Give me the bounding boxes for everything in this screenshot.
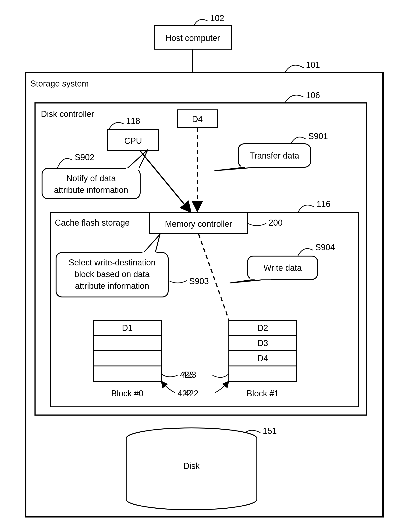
svg-text:attribute information: attribute information (75, 281, 149, 291)
svg-text:151: 151 (263, 426, 277, 436)
svg-text:102: 102 (210, 13, 224, 23)
ref-200: 200 (248, 218, 283, 228)
callout-s901: Transfer data (215, 144, 311, 171)
host-computer-label: Host computer (165, 33, 220, 43)
callout-s902: Notify of data attribute information (42, 150, 148, 199)
svg-text:423: 423 (182, 370, 196, 379)
storage-system-label: Storage system (30, 79, 89, 88)
svg-rect-12 (126, 168, 140, 170)
svg-text:D2: D2 (257, 323, 268, 333)
svg-text:S901: S901 (308, 131, 328, 141)
svg-rect-8 (241, 161, 262, 167)
svg-rect-26 (250, 274, 271, 279)
ref-106: 106 (285, 90, 320, 103)
svg-text:Transfer data: Transfer data (250, 151, 300, 160)
arrow-cpu-to-mc (140, 151, 190, 212)
svg-text:106: 106 (306, 90, 320, 100)
d4-buffer-box: D4 (177, 110, 217, 128)
svg-text:200: 200 (269, 218, 283, 228)
callout-s904: Write data (230, 256, 318, 283)
ref-102: 102 (194, 13, 224, 26)
svg-text:block based on data: block based on data (74, 269, 150, 279)
ref-423-right: 423 (182, 370, 228, 379)
ref-101: 101 (285, 60, 320, 73)
ref-s902: S902 (57, 153, 94, 168)
svg-text:Notify of data: Notify of data (66, 174, 116, 183)
svg-text:D1: D1 (122, 323, 133, 333)
callout-s903: Select write-destination block based on … (56, 234, 168, 297)
disk-cylinder: Disk (126, 428, 257, 510)
svg-text:S904: S904 (315, 243, 335, 252)
ref-s903: S903 (169, 277, 209, 286)
block-1: D2 D3 D4 Block #1 (229, 320, 297, 398)
svg-text:116: 116 (316, 199, 331, 209)
svg-rect-50 (127, 488, 256, 499)
svg-text:101: 101 (306, 60, 320, 70)
svg-text:Select write-destination: Select write-destination (69, 258, 156, 267)
svg-rect-20 (142, 252, 156, 255)
memory-controller-box: Memory controller (150, 213, 248, 234)
svg-text:S902: S902 (75, 153, 94, 162)
d4-buffer-label: D4 (192, 114, 203, 124)
block-0: D1 Block #0 (93, 320, 161, 398)
disk-controller-label: Disk controller (41, 109, 94, 119)
block-1-label: Block #1 (247, 389, 279, 398)
cpu-label: CPU (124, 136, 142, 146)
svg-text:118: 118 (126, 116, 140, 126)
svg-text:D3: D3 (257, 338, 268, 348)
disk-label: Disk (183, 461, 200, 471)
memory-controller-label: Memory controller (165, 219, 232, 229)
cpu-box: CPU (107, 130, 159, 151)
diagram-root: Host computer 102 Storage system 101 Dis… (5, 5, 394, 532)
ref-422-right: 422 (185, 382, 228, 398)
svg-text:422: 422 (185, 389, 198, 398)
ref-s901: S901 (291, 131, 328, 144)
ref-s904: S904 (298, 243, 335, 256)
svg-text:attribute information: attribute information (54, 185, 128, 195)
svg-text:S903: S903 (189, 277, 209, 286)
host-computer-box: Host computer (154, 26, 231, 49)
cache-flash-storage-label: Cache flash storage (55, 218, 130, 228)
svg-text:D4: D4 (257, 354, 268, 363)
ref-118: 118 (109, 116, 140, 130)
svg-text:Write data: Write data (264, 263, 302, 273)
block-0-label: Block #0 (111, 389, 143, 398)
ref-116: 116 (298, 199, 331, 213)
